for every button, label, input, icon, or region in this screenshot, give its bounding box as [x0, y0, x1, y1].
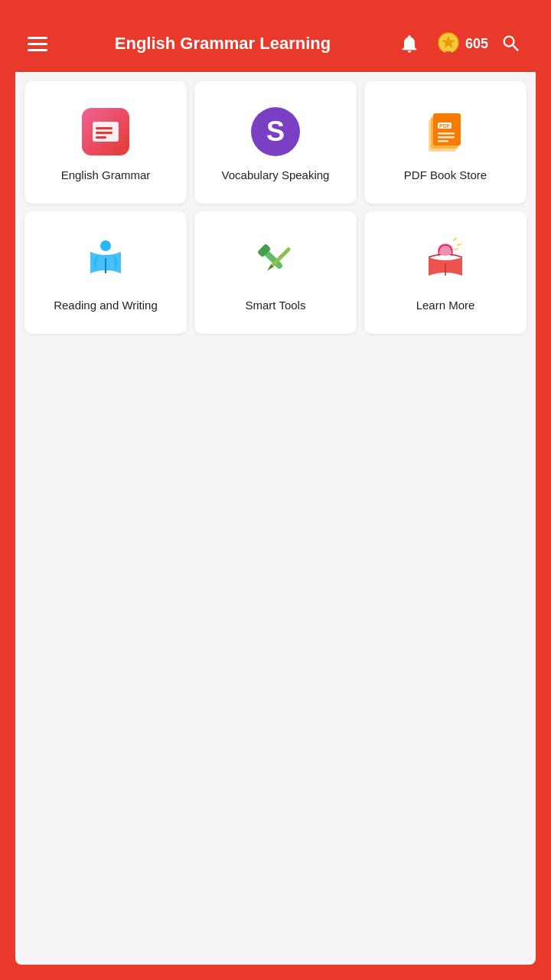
svg-text:PDF: PDF [439, 123, 451, 129]
header-left: English Grammar Learning [28, 33, 386, 54]
app-title: English Grammar Learning [60, 33, 386, 54]
menu-grid: English Grammar S Vocabulary Speaking [24, 81, 527, 334]
svg-rect-7 [96, 132, 112, 134]
learn-more-label: Learn More [416, 298, 475, 313]
svg-line-24 [458, 244, 461, 245]
search-icon[interactable] [499, 31, 523, 56]
svg-rect-8 [96, 136, 106, 139]
pdf-book-store-label: PDF Book Store [404, 168, 487, 183]
svg-point-17 [100, 240, 111, 251]
svg-rect-15 [438, 136, 455, 139]
points-value: 605 [465, 36, 488, 52]
smart-tools-label: Smart Tools [246, 298, 306, 313]
pdf-book-store-icon: PDF [419, 105, 472, 158]
header: English Grammar Learning 605 [15, 15, 536, 72]
reading-writing-label: Reading and Writing [54, 298, 158, 313]
smart-tools-icon [249, 235, 302, 289]
notification-bell-icon[interactable] [395, 29, 424, 58]
grid-item-vocabulary-speaking[interactable]: S Vocabulary Speaking [194, 81, 357, 204]
svg-line-23 [454, 238, 456, 240]
vocabulary-speaking-label: Vocabulary Speaking [222, 168, 330, 183]
english-grammar-label: English Grammar [61, 168, 151, 183]
grid-item-english-grammar[interactable]: English Grammar [24, 81, 187, 204]
medal-icon [435, 30, 462, 57]
reading-and-writing-icon [79, 235, 132, 289]
english-grammar-icon [79, 105, 132, 158]
svg-rect-6 [96, 127, 112, 129]
grid-item-smart-tools[interactable]: Smart Tools [194, 211, 357, 334]
learn-more-icon [419, 235, 472, 289]
points-badge[interactable]: 605 [435, 30, 488, 57]
grid-item-reading-and-writing[interactable]: Reading and Writing [24, 211, 187, 334]
svg-rect-14 [438, 132, 455, 135]
hamburger-menu-icon[interactable] [28, 37, 47, 51]
vocabulary-speaking-icon: S [249, 105, 302, 158]
phone-container: English Grammar Learning 605 [15, 15, 536, 965]
grid-item-learn-more[interactable]: Learn More [364, 211, 527, 334]
header-icons: 605 [395, 29, 523, 58]
main-content: English Grammar S Vocabulary Speaking [15, 72, 536, 965]
grid-item-pdf-book-store[interactable]: PDF PDF Book Store [364, 81, 527, 204]
svg-rect-16 [438, 140, 448, 142]
svg-line-25 [455, 249, 458, 250]
